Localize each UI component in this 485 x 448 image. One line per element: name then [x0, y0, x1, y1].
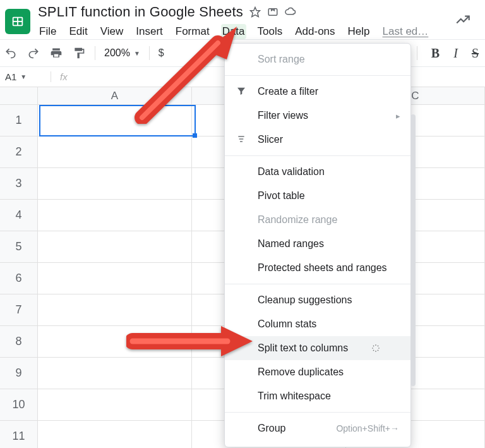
annotation-arrow-bottom: [126, 322, 253, 360]
menu-item-create-filter[interactable]: Create a filter: [225, 80, 410, 104]
toolbar-separator: [95, 46, 95, 60]
star-icon[interactable]: [249, 6, 261, 18]
cell[interactable]: [38, 136, 192, 168]
slicer-icon: [236, 134, 248, 145]
bold-button[interactable]: B: [431, 46, 440, 61]
row-header[interactable]: 6: [0, 263, 38, 294]
fx-label: fx: [51, 71, 76, 82]
menu-item-remove-duplicates[interactable]: Remove duplicates: [225, 360, 410, 384]
menu-item-label: Filter views: [258, 110, 308, 121]
submenu-arrow-icon: ▸: [396, 111, 400, 121]
menu-item-label: Pivot table: [258, 190, 305, 202]
menu-bar: File Edit View Insert Format Data Tools …: [38, 20, 480, 39]
menu-item-group[interactable]: Group Option+Shift+→: [225, 416, 410, 440]
menu-item-label: Protected sheets and ranges: [258, 262, 387, 274]
italic-button[interactable]: I: [453, 46, 458, 61]
paint-format-icon[interactable]: [72, 46, 86, 60]
menu-item-cleanup-suggestions[interactable]: Cleanup suggestions: [225, 288, 410, 312]
row-header[interactable]: 1: [0, 105, 38, 136]
zoom-value: 200%: [104, 47, 130, 59]
menu-tools[interactable]: Tools: [256, 24, 284, 39]
select-all-corner[interactable]: [0, 87, 38, 105]
menu-item-label: Named ranges: [258, 238, 324, 250]
cell[interactable]: [38, 421, 192, 448]
menu-shortcut: Option+Shift+→: [326, 423, 399, 433]
menu-item-label: Create a filter: [258, 86, 318, 97]
svg-marker-4: [251, 8, 260, 17]
sheets-logo[interactable]: [5, 9, 30, 34]
data-menu-dropdown: Sort range Create a filter Filter views …: [224, 43, 411, 447]
dropdown-scrollbar[interactable]: [410, 114, 416, 443]
cell[interactable]: [38, 358, 192, 389]
menu-item-label: Data validation: [258, 166, 325, 178]
menu-separator: [225, 284, 410, 284]
menu-item-label: Randomize range: [258, 214, 337, 226]
cell[interactable]: [38, 168, 192, 200]
menu-addons[interactable]: Add-ons: [294, 24, 336, 39]
menu-file[interactable]: File: [38, 24, 57, 39]
row-header[interactable]: 11: [0, 421, 38, 448]
menu-item-filter-views[interactable]: Filter views ▸: [225, 104, 410, 128]
menu-item-label: Trim whitespace: [258, 390, 331, 402]
menu-item-protected-sheets[interactable]: Protected sheets and ranges: [225, 256, 410, 280]
chevron-down-icon: ▼: [20, 73, 27, 80]
activity-icon[interactable]: [455, 11, 471, 30]
menu-item-split-text-to-columns[interactable]: Split text to columns: [225, 336, 410, 360]
menu-item-slicer[interactable]: Slicer: [225, 128, 410, 152]
row-header[interactable]: 5: [0, 231, 38, 263]
text-format-group: B I S: [417, 40, 479, 66]
row-header[interactable]: 7: [0, 294, 38, 326]
cell[interactable]: [38, 389, 192, 421]
row-header[interactable]: 10: [0, 389, 38, 421]
menu-item-label: Slicer: [258, 134, 283, 145]
menu-separator: [225, 75, 410, 76]
redo-icon[interactable]: [27, 46, 40, 60]
row-header[interactable]: 8: [0, 326, 38, 358]
menu-item-label: Sort range: [258, 54, 305, 65]
row-header[interactable]: 3: [0, 168, 38, 200]
menu-help[interactable]: Help: [347, 24, 371, 39]
name-box[interactable]: A1 ▼: [0, 71, 51, 82]
row-header[interactable]: 9: [0, 358, 38, 389]
menu-item-data-validation[interactable]: Data validation: [225, 160, 410, 184]
print-icon[interactable]: [49, 46, 63, 60]
menu-item-randomize-range[interactable]: Randomize range: [225, 208, 410, 232]
scrollbar-thumb[interactable]: [410, 114, 416, 386]
toolbar-separator: [417, 46, 417, 60]
menu-item-column-stats[interactable]: Column stats: [225, 312, 410, 336]
menu-edit[interactable]: Edit: [68, 24, 88, 39]
menu-last-edit[interactable]: Last ed…: [381, 24, 430, 39]
menu-item-sort-range[interactable]: Sort range: [225, 47, 410, 71]
name-box-value: A1: [5, 71, 16, 82]
cell[interactable]: [38, 263, 192, 294]
menu-item-label: Column stats: [258, 318, 316, 330]
cell[interactable]: [38, 200, 192, 231]
annotation-arrow-top: [129, 23, 243, 124]
menu-item-label: Group: [258, 423, 285, 434]
document-title[interactable]: SPLIT function in Google Sheets: [38, 4, 243, 20]
menu-item-pivot-table[interactable]: Pivot table: [225, 184, 410, 208]
menu-separator: [225, 412, 410, 413]
menu-view[interactable]: View: [99, 24, 125, 39]
strikethrough-button[interactable]: S: [472, 46, 479, 61]
cell[interactable]: [38, 231, 192, 263]
row-header[interactable]: 4: [0, 200, 38, 231]
move-icon[interactable]: [267, 6, 278, 18]
mouse-cursor-icon: [371, 344, 380, 353]
menu-item-trim-whitespace[interactable]: Trim whitespace: [225, 384, 410, 408]
undo-icon[interactable]: [4, 46, 18, 60]
menu-item-label: Split text to columns: [258, 342, 348, 354]
cloud-icon[interactable]: [285, 6, 296, 18]
menu-item-label: Remove duplicates: [258, 366, 344, 378]
cell[interactable]: [38, 294, 192, 326]
menu-item-label: Cleanup suggestions: [258, 294, 352, 306]
menu-separator: [225, 155, 410, 156]
row-header[interactable]: 2: [0, 136, 38, 168]
menu-item-named-ranges[interactable]: Named ranges: [225, 232, 410, 256]
